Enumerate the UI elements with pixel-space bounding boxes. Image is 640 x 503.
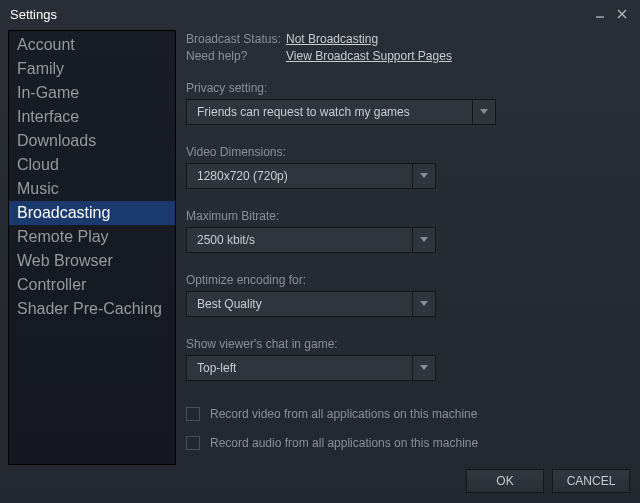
privacy-select[interactable]: Friends can request to watch my games bbox=[186, 99, 496, 125]
sidebar-item-remote-play[interactable]: Remote Play bbox=[9, 225, 175, 249]
sidebar-item-shader-pre-caching[interactable]: Shader Pre-Caching bbox=[9, 297, 175, 321]
ok-button[interactable]: OK bbox=[466, 469, 544, 493]
minimize-button[interactable] bbox=[592, 6, 608, 22]
broadcast-status-row: Broadcast Status: Not Broadcasting bbox=[186, 32, 628, 46]
settings-window: Settings AccountFamilyIn-GameInterfaceDo… bbox=[0, 0, 640, 503]
sidebar-item-music[interactable]: Music bbox=[9, 177, 175, 201]
record-video-label: Record video from all applications on th… bbox=[210, 407, 477, 421]
broadcast-status-link[interactable]: Not Broadcasting bbox=[286, 32, 378, 46]
sidebar-item-in-game[interactable]: In-Game bbox=[9, 81, 175, 105]
record-audio-checkbox[interactable] bbox=[186, 436, 200, 450]
chevron-down-icon bbox=[412, 355, 436, 381]
help-link[interactable]: View Broadcast Support Pages bbox=[286, 49, 452, 63]
encoding-label: Optimize encoding for: bbox=[186, 273, 628, 287]
sidebar-item-controller[interactable]: Controller bbox=[9, 273, 175, 297]
bitrate-select[interactable]: 2500 kbit/s bbox=[186, 227, 436, 253]
record-video-checkbox[interactable] bbox=[186, 407, 200, 421]
chevron-down-icon bbox=[472, 99, 496, 125]
chevron-down-icon bbox=[412, 291, 436, 317]
sidebar: AccountFamilyIn-GameInterfaceDownloadsCl… bbox=[8, 30, 176, 465]
sidebar-item-interface[interactable]: Interface bbox=[9, 105, 175, 129]
help-row: Need help? View Broadcast Support Pages bbox=[186, 49, 628, 63]
privacy-value: Friends can request to watch my games bbox=[186, 99, 472, 125]
close-button[interactable] bbox=[614, 6, 630, 22]
sidebar-item-downloads[interactable]: Downloads bbox=[9, 129, 175, 153]
dimensions-value: 1280x720 (720p) bbox=[186, 163, 412, 189]
content-panel: Broadcast Status: Not Broadcasting Need … bbox=[186, 30, 632, 465]
window-title: Settings bbox=[10, 7, 57, 22]
cancel-button[interactable]: CANCEL bbox=[552, 469, 630, 493]
bitrate-label: Maximum Bitrate: bbox=[186, 209, 628, 223]
chevron-down-icon bbox=[412, 163, 436, 189]
chat-select[interactable]: Top-left bbox=[186, 355, 436, 381]
footer: OK CANCEL bbox=[0, 465, 640, 503]
record-audio-label: Record audio from all applications on th… bbox=[210, 436, 478, 450]
chat-value: Top-left bbox=[186, 355, 412, 381]
record-audio-row: Record audio from all applications on th… bbox=[186, 436, 628, 450]
encoding-select[interactable]: Best Quality bbox=[186, 291, 436, 317]
help-label: Need help? bbox=[186, 49, 286, 63]
broadcast-status-label: Broadcast Status: bbox=[186, 32, 286, 46]
encoding-value: Best Quality bbox=[186, 291, 412, 317]
record-video-row: Record video from all applications on th… bbox=[186, 407, 628, 421]
bitrate-value: 2500 kbit/s bbox=[186, 227, 412, 253]
sidebar-item-family[interactable]: Family bbox=[9, 57, 175, 81]
dimensions-select[interactable]: 1280x720 (720p) bbox=[186, 163, 436, 189]
privacy-label: Privacy setting: bbox=[186, 81, 628, 95]
sidebar-item-account[interactable]: Account bbox=[9, 33, 175, 57]
sidebar-item-broadcasting[interactable]: Broadcasting bbox=[9, 201, 175, 225]
chevron-down-icon bbox=[412, 227, 436, 253]
titlebar: Settings bbox=[0, 0, 640, 24]
sidebar-item-cloud[interactable]: Cloud bbox=[9, 153, 175, 177]
sidebar-item-web-browser[interactable]: Web Browser bbox=[9, 249, 175, 273]
dimensions-label: Video Dimensions: bbox=[186, 145, 628, 159]
chat-label: Show viewer's chat in game: bbox=[186, 337, 628, 351]
